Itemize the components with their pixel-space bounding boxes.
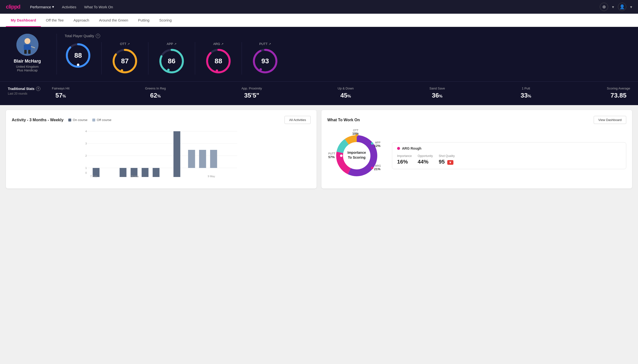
on-course-dot (68, 118, 71, 122)
svg-text:28 Mar: 28 Mar (131, 175, 139, 178)
importance-metric: Importance 16% (397, 154, 412, 165)
total-score-card: 88 (65, 42, 102, 74)
donut-area: Importance To Scoring PUTT 57% OTT 10% A… (327, 129, 626, 182)
legend-off-course: Off course (92, 118, 111, 122)
stat-one-putt: 1 Putt 33% (521, 86, 531, 99)
svg-point-11 (121, 69, 123, 72)
opportunity-metric: Opportunity 44% (418, 154, 433, 165)
chart-legend: On course Off course (68, 118, 111, 122)
ott-outer-value: 10% (352, 132, 359, 136)
stat-gir: Greens In Reg 62% (145, 86, 166, 99)
nav-links: Performance ▾ Activities What To Work On (30, 5, 113, 9)
ott-score-value: 87 (121, 57, 129, 65)
app-score-card: APP ↗ 86 (148, 42, 195, 74)
putt-score-card: PUTT ↗ 93 (242, 42, 288, 74)
stat-up-down: Up & Down 45% (338, 86, 354, 99)
app-outer-label: APP (375, 141, 380, 144)
stats-row: Traditional Stats ? Last 20 rounds Fairw… (0, 82, 638, 105)
pink-dot-icon (397, 147, 400, 150)
app-score-value: 86 (168, 57, 175, 65)
stat-items: Fairways Hit 57% Greens In Reg 62% App. … (52, 86, 630, 99)
stats-title: Traditional Stats ? (8, 86, 52, 91)
svg-point-8 (77, 64, 79, 66)
user-menu-button[interactable]: 👤 (618, 3, 626, 11)
arg-dot (371, 167, 373, 169)
info-metrics: Importance 16% Opportunity 44% Shot Qual… (397, 154, 621, 165)
arg-label: ARG ↗ (213, 42, 224, 46)
stat-scoring-avg: Scoring Average 73.85 (607, 86, 630, 99)
player-handicap: Plus Handicap (17, 68, 38, 72)
add-button[interactable]: ⊕ (600, 3, 608, 11)
svg-point-17 (216, 70, 218, 72)
arg-circle: 88 (205, 48, 232, 74)
hero-section: Blair McHarg United Kingdom Plus Handica… (0, 27, 638, 82)
svg-rect-3 (24, 50, 27, 54)
svg-point-20 (260, 68, 262, 71)
ott-outer-label: OTT (353, 129, 358, 132)
svg-text:2: 2 (85, 154, 87, 157)
player-name: Blair McHarg (14, 59, 41, 64)
stat-fairways: Fairways Hit 57% (52, 86, 70, 99)
svg-point-1 (25, 38, 30, 44)
arg-outer-value: 21% (374, 167, 380, 171)
svg-text:1: 1 (85, 166, 87, 170)
activity-panel-header: Activity - 3 Months - Weekly On course O… (12, 116, 311, 124)
nav-performance[interactable]: Performance ▾ (30, 5, 54, 9)
bar-chart-svg: 4 3 2 1 0 (12, 129, 311, 178)
stats-help-icon[interactable]: ? (36, 86, 40, 91)
nav-activities[interactable]: Activities (62, 5, 76, 9)
view-dashboard-button[interactable]: View Dashboard (594, 116, 626, 124)
tabs-bar: My Dashboard Off the Tee Approach Around… (0, 14, 638, 27)
app-outer-value: 12% (374, 144, 380, 148)
nav-left: clippd Performance ▾ Activities What To … (6, 4, 113, 10)
arg-score-value: 88 (215, 57, 222, 65)
svg-text:9 May: 9 May (208, 175, 215, 178)
ott-score-card: OTT ↗ 87 (102, 42, 148, 74)
player-country: United Kingdom (16, 65, 39, 68)
total-quality-label: Total Player Quality ? (65, 34, 630, 38)
tab-off-the-tee[interactable]: Off the Tee (41, 14, 69, 27)
nav-right: ⊕ ▾ 👤 ▾ (600, 3, 632, 11)
tab-putting[interactable]: Putting (133, 14, 154, 27)
help-icon[interactable]: ? (96, 34, 100, 38)
tab-my-dashboard[interactable]: My Dashboard (6, 14, 41, 27)
nav-what-to-work-on[interactable]: What To Work On (84, 5, 113, 9)
wtwo-panel-header: What To Work On View Dashboard (327, 116, 626, 124)
stat-app-prox: App. Proximity 35'5" (241, 86, 262, 99)
activity-chart-area: 4 3 2 1 0 (12, 129, 311, 178)
arg-score-card: ARG ↗ 88 (195, 42, 242, 74)
all-activities-button[interactable]: All Activities (285, 116, 311, 124)
brand-logo: clippd (6, 4, 20, 10)
svg-text:0: 0 (85, 171, 87, 174)
what-to-work-on-panel: What To Work On View Dashboard (321, 110, 632, 188)
putt-dot (340, 154, 342, 157)
svg-point-14 (167, 69, 170, 71)
tab-around-the-green[interactable]: Around the Green (94, 14, 133, 27)
app-circle: 86 (158, 48, 185, 74)
ott-circle: 87 (111, 48, 138, 74)
donut-wrapper: Importance To Scoring PUTT 57% OTT 10% A… (327, 129, 386, 182)
top-navigation: clippd Performance ▾ Activities What To … (0, 0, 638, 14)
donut-center-line2: To Scoring (348, 156, 365, 160)
scores-section: Total Player Quality ? 88 OTT (57, 34, 630, 74)
bar-11-off (210, 150, 217, 168)
tab-scoring[interactable]: Scoring (154, 14, 176, 27)
app-label: APP ↗ (167, 42, 176, 46)
svg-text:3: 3 (85, 142, 87, 145)
info-card: ARG Rough Importance 16% Opportunity 44%… (392, 142, 626, 169)
info-card-title: ARG Rough (397, 146, 621, 150)
bar-10-off (199, 150, 206, 168)
total-score-value: 88 (74, 52, 82, 60)
tab-approach[interactable]: Approach (69, 14, 94, 27)
score-cards: 88 OTT ↗ 87 (65, 42, 630, 74)
avatar (17, 34, 39, 56)
putt-label: PUTT ↗ (259, 42, 271, 46)
wtwo-panel-title: What To Work On (327, 118, 360, 122)
donut-center-line1: Importance (347, 150, 366, 154)
bottom-panels: Activity - 3 Months - Weekly On course O… (0, 105, 638, 193)
activity-panel: Activity - 3 Months - Weekly On course O… (6, 110, 317, 188)
stats-label: Traditional Stats ? Last 20 rounds (8, 86, 52, 95)
shot-quality-metric: Shot Quality 95 ▼ (439, 154, 455, 165)
bar-6-on (142, 168, 149, 177)
svg-text:7 Feb: 7 Feb (90, 175, 97, 178)
